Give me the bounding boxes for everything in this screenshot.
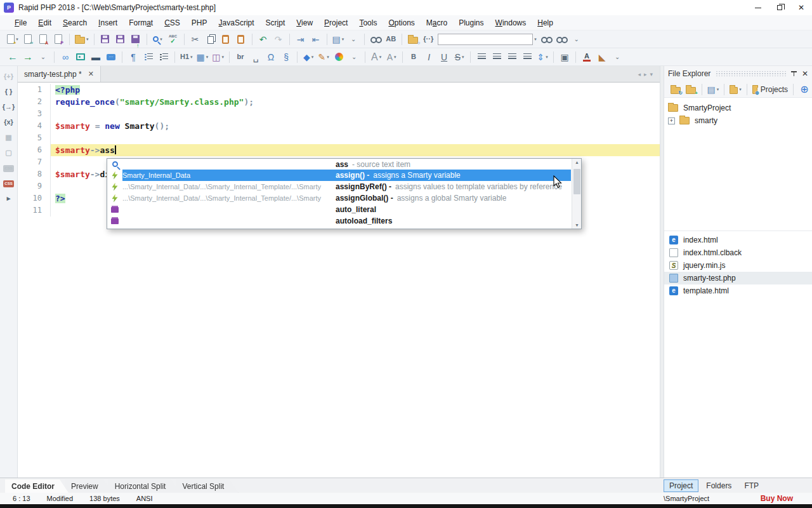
code-text[interactable] [51, 132, 660, 144]
search-button[interactable]: ▾ [151, 32, 165, 47]
explorer-folder-button[interactable]: ▾ [728, 82, 743, 97]
insert-form-button[interactable]: ◫▾ [211, 50, 225, 65]
css-panel-button[interactable] [0, 175, 17, 190]
cut-button[interactable]: ✂ [188, 32, 202, 47]
insert-table-button[interactable]: ▦▾ [195, 50, 210, 65]
code-line-5[interactable]: 5 [18, 132, 660, 144]
align-right-button[interactable] [505, 50, 519, 65]
paste-button[interactable] [219, 32, 233, 47]
braces-remove-button[interactable]: {x} [0, 114, 17, 130]
menu-insert[interactable]: Insert [93, 17, 123, 29]
indent-button[interactable]: ⇥ [294, 32, 308, 47]
explorer-tab-folders[interactable]: Folders [701, 480, 737, 491]
file-item-index-html-clback[interactable]: index.html.clback [664, 246, 812, 259]
new-document-button[interactable]: ▾ [6, 32, 20, 47]
code-text[interactable]: $smarty->ass [51, 144, 660, 156]
color-picker-button[interactable] [332, 50, 346, 65]
align-justify-button[interactable] [520, 50, 534, 65]
menu-tools[interactable]: Tools [353, 17, 383, 29]
new-code-document-button[interactable] [21, 32, 35, 47]
projects-button[interactable]: Projects [751, 82, 790, 97]
file-item-smarty-test-php[interactable]: smarty-test.php [664, 272, 812, 284]
find-previous-button[interactable] [554, 32, 568, 47]
save-all-button[interactable] [114, 32, 128, 47]
unordered-list-button[interactable] [141, 50, 155, 65]
spell-check-button[interactable] [166, 32, 180, 47]
font-color-button[interactable] [580, 50, 594, 65]
code-line-2[interactable]: 2require_once("smarty/Smarty.class.php")… [18, 96, 660, 108]
autocomplete-item[interactable]: Smarty_Internal_Dataassign() -assigns a … [107, 170, 571, 181]
view-tab-preview[interactable]: Preview [65, 479, 112, 493]
line-spacing-button[interactable]: ⇕▾ [535, 50, 549, 65]
insert-image-button[interactable] [74, 50, 88, 65]
autocomplete-item[interactable]: ...\Smarty_Internal_Data/...\Smarty_Inte… [107, 192, 571, 204]
navigate-forward-button[interactable]: → [21, 50, 35, 65]
snippet-add-button[interactable]: {+} [0, 69, 17, 84]
minimize-button[interactable] [747, 0, 769, 15]
close-button[interactable]: ✕ [790, 0, 812, 15]
find-next-button[interactable] [539, 32, 553, 47]
file-item-jquery-min-js[interactable]: jquery.min.js [664, 259, 812, 272]
copy-button[interactable] [204, 32, 218, 47]
scroll-down-icon[interactable]: ▼ [572, 223, 582, 227]
explorer-refresh-button[interactable] [669, 82, 683, 97]
italic-button[interactable]: I [422, 50, 436, 65]
menu-windows[interactable]: Windows [490, 17, 532, 29]
collapse-rail-button[interactable]: ▸ [0, 190, 17, 206]
style-overflow-button[interactable]: ⌄ [610, 50, 624, 65]
code-line-1[interactable]: 1<?php [18, 84, 660, 96]
explorer-add-folder-button[interactable] [684, 82, 698, 97]
align-left-button[interactable] [475, 50, 488, 65]
menu-options[interactable]: Options [383, 17, 420, 29]
menu-search[interactable]: Search [57, 17, 93, 29]
tree-item-smarty[interactable]: +smarty [664, 114, 812, 127]
insert-script-button[interactable]: § [279, 50, 293, 65]
braces-forward-button[interactable]: {→} [0, 99, 17, 114]
autocomplete-item[interactable]: auto_literal [107, 204, 571, 215]
menu-plugins[interactable]: Plugins [453, 17, 489, 29]
css-check-button[interactable] [0, 160, 17, 175]
menu-help[interactable]: Help [532, 17, 559, 29]
paragraph-button[interactable]: ¶ [126, 50, 140, 65]
view-tab-horizontal-split[interactable]: Horizontal Split [108, 479, 180, 493]
view-tab-code-editor[interactable]: Code Editor [5, 479, 69, 493]
find-button[interactable] [369, 32, 383, 47]
autocomplete-item[interactable]: autoload_filters [107, 215, 571, 227]
menu-format[interactable]: Format [123, 17, 159, 29]
code-line-6[interactable]: 6$smarty->ass [18, 144, 660, 156]
format-overflow-button[interactable]: ⌄ [347, 50, 361, 65]
heading-button[interactable]: H1▾ [179, 50, 194, 65]
open-file-button[interactable]: ▾ [74, 32, 90, 47]
expand-icon[interactable]: + [668, 117, 675, 124]
menu-php[interactable]: PHP [186, 17, 213, 29]
buy-now-link[interactable]: Buy Now [761, 494, 793, 503]
insert-hr-button[interactable]: ▬ [89, 50, 103, 65]
braces-button[interactable]: { } [0, 84, 17, 99]
restore-button[interactable] [769, 0, 790, 15]
tab-close-icon[interactable]: ✕ [88, 70, 94, 78]
view-tab-vertical-split[interactable]: Vertical Split [176, 479, 238, 493]
format-painter-button[interactable]: ✎▾ [317, 50, 331, 65]
new-php-document-button[interactable] [51, 32, 65, 47]
paragraph-border-button[interactable]: ▣ [558, 50, 572, 65]
outdent-button[interactable]: ⇤ [309, 32, 323, 47]
scrollbar-thumb[interactable] [573, 169, 580, 194]
explorer-tab-ftp[interactable]: FTP [739, 480, 764, 491]
menu-script[interactable]: Script [260, 17, 291, 29]
toolbar-overflow-button-2[interactable]: ⌄ [570, 32, 584, 47]
code-snippet-button[interactable]: {··} [421, 32, 435, 47]
ordered-list-button[interactable] [157, 50, 171, 65]
font-family-button[interactable]: A▾ [369, 50, 383, 65]
table-tool-button[interactable]: ▦ [0, 130, 17, 145]
autocomplete-scrollbar[interactable]: ▲ ▼ [572, 159, 581, 229]
nav-overflow-button[interactable]: ⌄ [36, 50, 50, 65]
undo-button[interactable]: ↶ [256, 32, 270, 47]
code-text[interactable]: require_once("smarty/Smarty.class.php"); [51, 96, 660, 108]
insert-entity-button[interactable]: Ω [264, 50, 278, 65]
quick-search-combobox-field[interactable] [438, 34, 533, 45]
explorer-tab-project[interactable]: Project [664, 479, 698, 492]
insert-tag-button[interactable]: ◆▾ [301, 50, 315, 65]
underline-button[interactable]: U [437, 50, 451, 65]
bold-button[interactable]: B [407, 50, 421, 65]
menu-javascript[interactable]: JavaScript [213, 17, 260, 29]
